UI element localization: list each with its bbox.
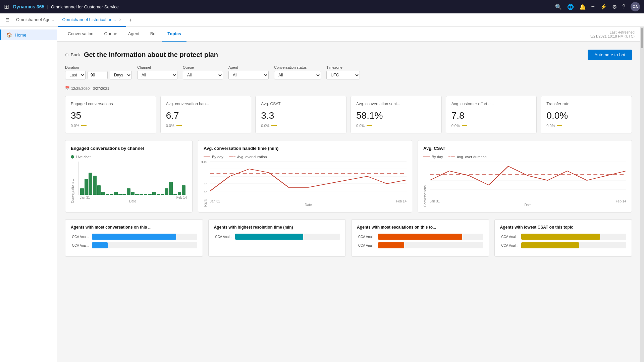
- filter-duration-select[interactable]: Last: [65, 71, 86, 79]
- bar-13: [135, 194, 139, 195]
- page-header: ⊙ Back Get the information about the pro…: [65, 50, 632, 60]
- grid-icon[interactable]: ⊞: [4, 3, 9, 10]
- sidebar-item-home[interactable]: 🏠 Home: [0, 29, 57, 40]
- filter-timezone: Timezone UTC: [326, 65, 360, 79]
- agents-escalations-bar-1: [378, 242, 404, 248]
- agents-most-conv-label-1: CCA Anal...: [71, 244, 89, 247]
- filter-timezone-select[interactable]: UTC: [326, 71, 360, 79]
- chart-engaged-by-channel: Engaged conversations by channel Live ch…: [65, 140, 193, 213]
- bar-16: [148, 194, 152, 195]
- settings-icon[interactable]: ⚙: [612, 4, 617, 10]
- avatar[interactable]: CA: [631, 2, 640, 11]
- sidebar: 🏠 Home: [0, 27, 57, 362]
- content-area: Conversation Queue Agent Bot Topics Last…: [57, 27, 640, 362]
- handle-time-svg: 10 5 0: [210, 162, 407, 198]
- tab-omnichannel-historical[interactable]: Omnichannel historical an... ✕: [58, 13, 126, 27]
- help-icon[interactable]: ?: [622, 4, 625, 10]
- legend-avg-label: Avg. over duration: [237, 155, 267, 159]
- agents-escalations-bar-0: [378, 234, 462, 240]
- x-tick-feb14-handle: Feb 14: [396, 199, 407, 203]
- x-axis-title-handle: Date: [210, 203, 407, 207]
- svg-text:5: 5: [204, 182, 207, 185]
- filter-conv-status-select[interactable]: All: [274, 71, 321, 79]
- tab-close-icon[interactable]: ✕: [118, 17, 122, 22]
- tab-label-2: Omnichannel historical an...: [62, 17, 116, 22]
- agents-escalations-outer-1: [378, 242, 483, 248]
- chart-agents-resolution: Agents with highest resolution time (min…: [208, 219, 346, 257]
- tab-omnichannel-age[interactable]: Omnichannel Age...: [12, 13, 58, 27]
- kpi-footer-0: 0.0%: [71, 124, 151, 128]
- bell-icon[interactable]: 🔔: [579, 4, 586, 10]
- y-axis-label-engaged: Conversations: [71, 162, 74, 203]
- legend-avg-duration-csat: Avg. over duration: [448, 155, 487, 159]
- chart-handle-legend: By day Avg. over duration: [204, 155, 407, 159]
- bar-23: [178, 192, 181, 195]
- kpi-dot-3: [367, 125, 372, 126]
- tab-bot[interactable]: Bot: [145, 27, 162, 42]
- tab-conversation[interactable]: Conversation: [62, 27, 99, 42]
- filter-channel-select[interactable]: All: [137, 71, 177, 79]
- tab-agent[interactable]: Agent: [123, 27, 145, 42]
- legend-dashed-csat: [448, 157, 455, 157]
- agents-most-conv-row-0: CCA Anal...: [71, 234, 197, 240]
- agents-lowest-csat-label-0: CCA Anal...: [500, 235, 519, 239]
- agents-most-conv-outer-1: [92, 242, 197, 248]
- agents-resolution-bar-0: [235, 234, 304, 240]
- filter-conv-status-label: Conversation status: [274, 65, 321, 69]
- legend-by-day-label: By day: [212, 155, 223, 159]
- brand-logo: Dynamics 365: [13, 4, 44, 9]
- kpi-avg-sentiment: Avg. conversation sent... 58.1% 0.0%: [351, 96, 442, 133]
- tab-bar-menu-icon[interactable]: ☰: [3, 15, 12, 25]
- handle-chart-body: Rank 10 5: [204, 162, 407, 207]
- plus-icon[interactable]: +: [591, 3, 595, 10]
- legend-line-csat: [423, 157, 430, 157]
- filter-agent-select[interactable]: All: [228, 71, 269, 79]
- brand: Dynamics 365 | Omnichannel for Customer …: [13, 4, 119, 9]
- bar-7: [110, 194, 113, 195]
- bar-0: [80, 188, 84, 195]
- agents-resolution-outer-0: [235, 234, 340, 240]
- chart-engaged-title: Engaged conversations by channel: [71, 146, 187, 151]
- kpi-value-1: 6.7: [166, 110, 246, 121]
- top-bar-actions: 🔍 🌐 🔔 + ⚡ ⚙ ? CA: [555, 2, 640, 11]
- globe-icon[interactable]: 🌐: [567, 4, 574, 10]
- search-icon[interactable]: 🔍: [555, 4, 562, 10]
- last-refreshed: Last Refreshed 3/21/2021 10:18 PM (UTC): [590, 30, 635, 38]
- back-button[interactable]: ⊙ Back: [65, 52, 80, 57]
- x-labels-csat: Jan 31 Feb 14: [430, 199, 626, 203]
- bar-5: [101, 192, 105, 195]
- agents-escalations-label-0: CCA Anal...: [357, 235, 375, 239]
- bar-24: [182, 185, 185, 195]
- date-range: 📅 12/28/2020 - 3/27/2021: [65, 86, 632, 90]
- agents-lowest-csat-bar-1: [521, 242, 579, 248]
- bar-chart-inner: 0 5: [78, 162, 187, 195]
- filter-agent: Agent All: [228, 65, 269, 79]
- tab-add-icon[interactable]: +: [126, 14, 135, 26]
- x-axis-labels: Jan 31 Feb 14: [78, 195, 187, 199]
- kpi-value-5: 0.0%: [546, 110, 626, 121]
- legend-line-by-day: [204, 157, 210, 157]
- tab-queue[interactable]: Queue: [99, 27, 123, 42]
- filter-duration-number[interactable]: [88, 71, 108, 79]
- kpi-row: Engaged conversations 35 0.0% Avg. conve…: [65, 96, 632, 133]
- x-tick-jan31-handle: Jan 31: [210, 199, 220, 203]
- bottom-charts-row: Agents with most conversations on this .…: [65, 219, 632, 257]
- automate-to-bot-button[interactable]: Automate to bot: [588, 50, 632, 60]
- agents-resolution-label-0: CCA Anal...: [214, 235, 232, 239]
- kpi-title-4: Avg. customer effort ti...: [451, 102, 531, 106]
- filter-channel: Channel All: [137, 65, 177, 79]
- filter-queue-select[interactable]: All: [183, 71, 223, 79]
- kpi-footer-5: 0.0%: [546, 124, 626, 128]
- kpi-title-5: Transfer rate: [546, 102, 626, 106]
- filter-channel-label: Channel: [137, 65, 177, 69]
- scrollbar-thumb[interactable]: [641, 28, 643, 48]
- kpi-value-0: 35: [71, 110, 151, 121]
- agents-resolution-bars: CCA Anal...: [214, 234, 340, 240]
- bar-17: [152, 192, 156, 195]
- filter-duration-unit[interactable]: Days: [110, 71, 132, 79]
- tab-topics[interactable]: Topics: [162, 27, 186, 42]
- filter-icon[interactable]: ⚡: [600, 4, 607, 10]
- legend-dot-live-chat: [71, 155, 74, 159]
- scrollbar-right[interactable]: [640, 27, 644, 362]
- csat-svg: 4 2 0: [430, 162, 626, 198]
